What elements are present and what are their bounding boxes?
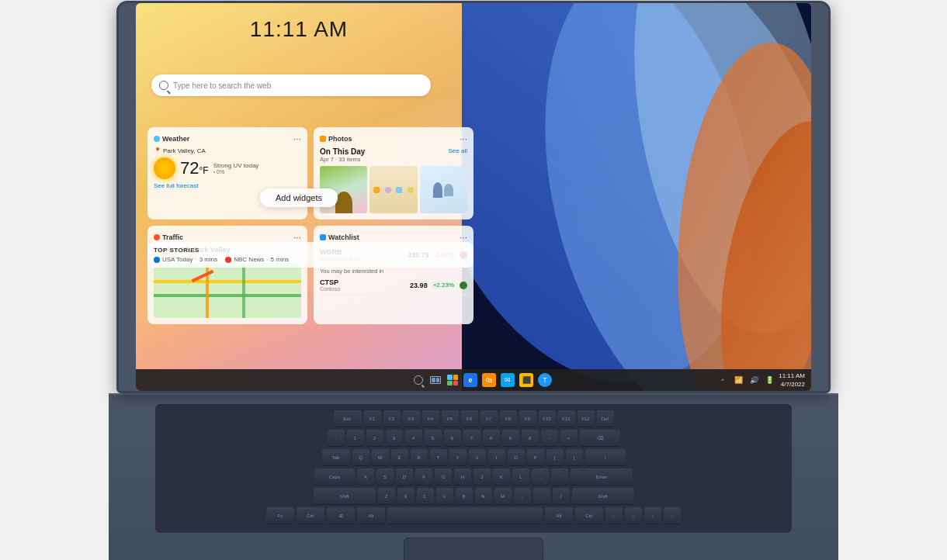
taskbar-app-teams[interactable]: T <box>538 373 552 387</box>
key-caps[interactable]: Caps <box>314 468 355 486</box>
key-minus[interactable]: - <box>541 430 558 447</box>
key-period[interactable]: . <box>533 488 550 505</box>
weather-menu-icon[interactable]: ··· <box>293 133 301 144</box>
key-backslash[interactable]: \ <box>585 449 626 466</box>
key-win[interactable]: ⊞ <box>327 507 355 524</box>
taskview-button[interactable] <box>429 374 442 386</box>
tray-wifi-icon[interactable]: 📶 <box>732 374 744 386</box>
key-9[interactable]: 9 <box>502 430 519 447</box>
key-backspace[interactable]: ⌫ <box>580 430 620 447</box>
start-button[interactable] <box>395 374 408 386</box>
key-comma[interactable]: , <box>514 488 531 505</box>
key-ctrl[interactable]: Ctrl <box>297 507 324 524</box>
taskbar-app-store[interactable]: 🛍 <box>482 373 496 387</box>
key-b[interactable]: B <box>456 488 473 505</box>
see-all-link[interactable]: See all <box>449 147 467 154</box>
key-del[interactable]: Del <box>597 410 614 427</box>
key-f12[interactable]: F12 <box>578 410 595 427</box>
key-equals[interactable]: = <box>560 430 578 447</box>
widgets-button[interactable] <box>446 374 459 386</box>
key-lbracket[interactable]: [ <box>546 449 564 466</box>
key-down[interactable]: ↓ <box>644 507 661 524</box>
key-f9[interactable]: F9 <box>519 410 536 427</box>
key-e[interactable]: E <box>391 449 408 466</box>
tray-chevron[interactable]: ^ <box>716 374 729 386</box>
key-fn[interactable]: Fn <box>266 507 294 524</box>
taskbar-search-button[interactable] <box>412 374 425 386</box>
key-up[interactable]: ↑ <box>625 507 642 524</box>
key-2[interactable]: 2 <box>366 430 383 447</box>
key-f11[interactable]: F11 <box>558 410 575 427</box>
key-j[interactable]: J <box>474 468 491 486</box>
key-esc[interactable]: Esc <box>334 410 362 427</box>
key-c[interactable]: C <box>417 488 434 505</box>
search-bar[interactable]: Type here to search the web <box>151 74 431 96</box>
key-f8[interactable]: F8 <box>500 410 517 427</box>
key-v[interactable]: V <box>436 488 453 505</box>
key-g[interactable]: G <box>435 468 452 486</box>
key-3[interactable]: 3 <box>386 430 403 447</box>
key-x[interactable]: X <box>397 488 415 505</box>
key-rshift[interactable]: Shift <box>572 488 634 505</box>
key-s[interactable]: S <box>376 468 394 486</box>
key-slash[interactable]: / <box>553 488 570 505</box>
key-d[interactable]: D <box>396 468 413 486</box>
key-t[interactable]: T <box>430 449 447 466</box>
traffic-menu-icon[interactable]: ··· <box>293 232 301 243</box>
key-i[interactable]: I <box>488 449 505 466</box>
taskbar-app-edge[interactable]: e <box>463 373 477 387</box>
key-k[interactable]: K <box>493 468 510 486</box>
key-f10[interactable]: F10 <box>539 410 556 427</box>
key-rbracket[interactable]: ] <box>566 449 583 466</box>
key-0[interactable]: 0 <box>522 430 539 447</box>
key-rctrl[interactable]: Ctrl <box>575 507 603 524</box>
add-widgets-button[interactable]: Add widgets <box>260 188 338 207</box>
key-8[interactable]: 8 <box>483 430 500 447</box>
key-quote[interactable]: ' <box>551 468 568 486</box>
taskbar-clock[interactable]: 11:11 AM 4/7/2022 <box>779 372 805 389</box>
tray-battery-icon[interactable]: 🔋 <box>763 374 775 386</box>
key-o[interactable]: O <box>508 449 525 466</box>
key-f1[interactable]: F1 <box>364 410 381 427</box>
key-ralt[interactable]: Alt <box>545 507 573 524</box>
key-w[interactable]: W <box>372 449 389 466</box>
key-u[interactable]: U <box>469 449 486 466</box>
key-left[interactable]: ← <box>605 507 623 524</box>
key-f5[interactable]: F5 <box>442 410 459 427</box>
taskbar-app-photos[interactable]: ⬛ <box>519 373 533 387</box>
key-lshift[interactable]: Shift <box>314 488 376 505</box>
key-7[interactable]: 7 <box>463 430 480 447</box>
key-r[interactable]: R <box>411 449 428 466</box>
key-l[interactable]: L <box>512 468 529 486</box>
key-n[interactable]: N <box>475 488 492 505</box>
touchpad[interactable] <box>404 538 543 560</box>
key-alt[interactable]: Alt <box>357 507 385 524</box>
key-f7[interactable]: F7 <box>480 410 498 427</box>
key-f2[interactable]: F2 <box>383 410 401 427</box>
key-5[interactable]: 5 <box>425 430 442 447</box>
key-4[interactable]: 4 <box>405 430 422 447</box>
key-semicolon[interactable]: ; <box>532 468 549 486</box>
key-1[interactable]: 1 <box>347 430 364 447</box>
key-a[interactable]: A <box>357 468 374 486</box>
taskbar-app-mail[interactable]: ✉ <box>501 373 515 387</box>
tray-volume-icon[interactable]: 🔊 <box>748 374 760 386</box>
key-enter[interactable]: Enter <box>571 468 633 486</box>
photos-menu-icon[interactable]: ··· <box>460 133 467 144</box>
watchlist-menu-icon[interactable]: ··· <box>460 232 467 243</box>
key-space[interactable] <box>387 507 543 524</box>
key-right[interactable]: → <box>664 507 681 524</box>
key-f3[interactable]: F3 <box>403 410 420 427</box>
key-f6[interactable]: F6 <box>461 410 478 427</box>
key-m[interactable]: M <box>494 488 512 505</box>
key-q[interactable]: Q <box>352 449 369 466</box>
key-tab[interactable]: Tab <box>322 449 350 466</box>
key-z[interactable]: Z <box>378 488 395 505</box>
key-backtick[interactable]: ` <box>328 430 345 447</box>
key-6[interactable]: 6 <box>444 430 461 447</box>
key-y[interactable]: Y <box>449 449 467 466</box>
key-p[interactable]: P <box>527 449 544 466</box>
key-f4[interactable]: F4 <box>422 410 439 427</box>
key-h[interactable]: H <box>454 468 471 486</box>
key-f[interactable]: F <box>415 468 432 486</box>
